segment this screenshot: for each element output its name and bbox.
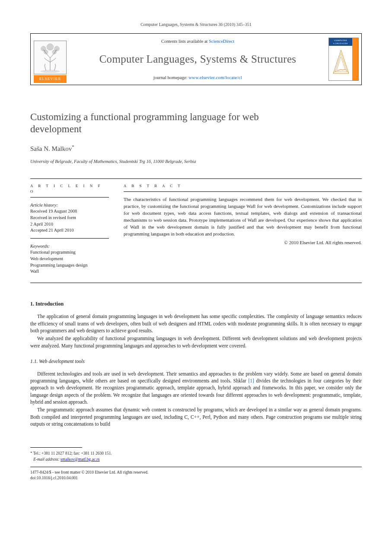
- abstract-copyright: © 2010 Elsevier Ltd. All rights reserved…: [124, 239, 362, 246]
- history-label: Article history:: [30, 202, 109, 208]
- masthead-center: Contents lists available at ScienceDirec…: [70, 34, 326, 85]
- divider: [124, 191, 362, 192]
- history-lines: Received 19 August 2008 Received in revi…: [30, 208, 109, 234]
- homepage-prefix: journal homepage:: [153, 75, 188, 80]
- affiliation: University of Belgrade, Faculty of Mathe…: [30, 158, 362, 165]
- email-label: E-mail address:: [33, 457, 60, 462]
- abstract-text: The characteristics of functional progra…: [124, 196, 362, 238]
- svg-point-5: [41, 70, 60, 73]
- corresponding-footnote: * Tel.: +381 11 2027 812; fax: +381 11 2…: [30, 450, 362, 462]
- journal-masthead: ELSEVIER Contents lists available at Sci…: [30, 33, 362, 85]
- abstract-block: A B S T R A C T The characteristics of f…: [124, 179, 362, 283]
- article-body: 1. Introduction The application of gener…: [30, 300, 362, 427]
- svg-point-4: [52, 50, 57, 54]
- subsection-heading-1-1: 1.1. Web development tools: [30, 358, 362, 365]
- footer-doi-line: doi:10.1016/j.cl.2010.04.001: [30, 475, 362, 481]
- footer-block: 1477-8424/$ - see front matter © 2010 El…: [30, 470, 362, 481]
- elsevier-tree-icon: [34, 41, 67, 74]
- star-icon: *: [30, 451, 32, 455]
- divider: [30, 197, 109, 197]
- author-link[interactable]: Saša N. Malkov: [30, 145, 72, 152]
- contents-available: Contents lists available at ScienceDirec…: [74, 38, 322, 45]
- svg-point-3: [44, 50, 48, 54]
- journal-homepage: journal homepage: www.elsevier.com/locat…: [74, 74, 322, 81]
- footnote-divider: [30, 447, 82, 448]
- paper-title: Customizing a functional programming lan…: [30, 111, 272, 136]
- divider: [30, 238, 109, 239]
- journal-cover: COMPUTER LANGUAGES: [326, 34, 361, 85]
- author-line: Saša N. Malkov*: [30, 143, 362, 154]
- abstract-heading: A B S T R A C T: [124, 183, 362, 189]
- keywords-label: Keywords:: [30, 243, 109, 249]
- publisher-logo: ELSEVIER: [31, 34, 70, 85]
- article-info-row: A R T I C L E I N F O Article history: R…: [30, 178, 362, 283]
- footer-issn-line: 1477-8424/$ - see front matter © 2010 El…: [30, 470, 362, 475]
- citation-link[interactable]: [1]: [248, 378, 254, 383]
- homepage-link[interactable]: www.elsevier.com/locate/cl: [188, 75, 242, 80]
- header-citation: Computer Languages, Systems & Structures…: [30, 22, 362, 28]
- section-heading-1: 1. Introduction: [30, 300, 362, 308]
- cover-thumbnail: COMPUTER LANGUAGES: [328, 38, 359, 81]
- keywords-list: Functional programming Web development P…: [30, 249, 109, 275]
- sciencedirect-link[interactable]: ScienceDirect: [209, 39, 234, 44]
- article-info-block: A R T I C L E I N F O Article history: R…: [30, 179, 109, 283]
- article-info-heading: A R T I C L E I N F O: [30, 183, 109, 194]
- paragraph: The programmatic approach assumes that d…: [30, 406, 362, 427]
- paragraph: Different technologies and tools are use…: [30, 370, 362, 406]
- cover-label: COMPUTER LANGUAGES: [329, 38, 352, 46]
- contents-prefix: Contents lists available at: [161, 39, 209, 44]
- paragraph: The application of general domain progra…: [30, 313, 362, 334]
- journal-name: Computer Languages, Systems & Structures: [74, 51, 322, 67]
- svg-point-2: [47, 44, 54, 51]
- author-email-link[interactable]: smalkov@matf.bg.ac.rs: [61, 457, 99, 462]
- footnote-tel: Tel.: +381 11 2027 812; fax: +381 11 263…: [33, 451, 112, 455]
- footer-divider: [30, 467, 362, 467]
- corresponding-star-icon: *: [72, 144, 74, 149]
- publisher-name: ELSEVIER: [34, 75, 67, 83]
- paragraph: We analyzed the applicability of functio…: [30, 335, 362, 349]
